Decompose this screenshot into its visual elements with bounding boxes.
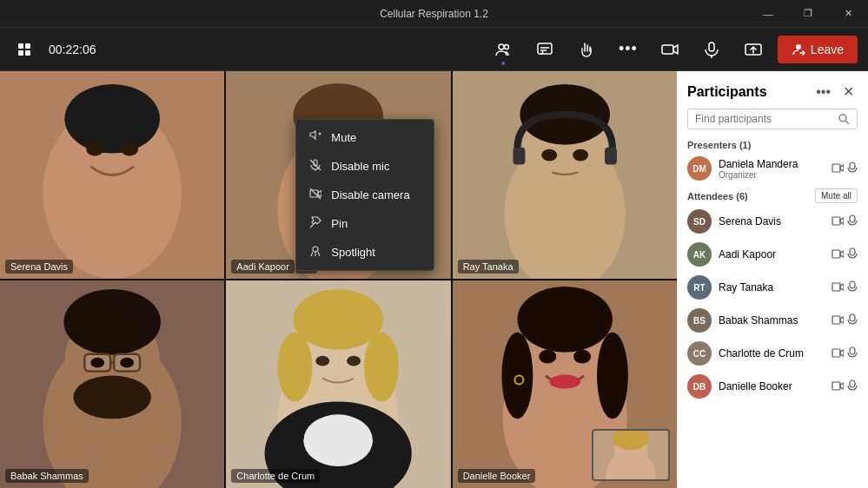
svg-rect-79 xyxy=(850,281,855,288)
close-button[interactable]: ✕ xyxy=(828,0,868,28)
svg-rect-3 xyxy=(662,45,673,54)
participant-name: Ray Tanaka xyxy=(719,281,825,293)
grid-icon[interactable] xyxy=(10,36,38,63)
people-button[interactable] xyxy=(486,32,520,67)
mic-icon xyxy=(847,280,858,295)
svg-rect-72 xyxy=(832,164,840,172)
menu-pin[interactable]: Pin xyxy=(296,209,434,238)
svg-line-26 xyxy=(310,224,314,228)
participant-info: Aadi Kapoor xyxy=(719,248,825,260)
svg-rect-2 xyxy=(538,43,552,54)
mic-icon xyxy=(847,162,858,176)
avatar: BS xyxy=(687,308,712,333)
search-icon xyxy=(838,113,850,125)
list-item[interactable]: CC Charlotte de Crum xyxy=(677,337,868,370)
aadi-name-label: Aadi Kapoor xyxy=(231,260,295,274)
disable-camera-icon xyxy=(308,188,322,202)
participant-icons xyxy=(832,280,858,295)
babak-name-label: Babak Shammas xyxy=(5,469,89,483)
mic-icon xyxy=(847,379,858,394)
participants-panel: Participants ••• ✕ Presenters (1) DM Dan… xyxy=(677,71,868,488)
serena-name-label: Serena Davis xyxy=(5,260,73,274)
svg-point-52 xyxy=(316,356,330,366)
avatar: RT xyxy=(687,275,712,300)
list-item[interactable]: BS Babak Shammas xyxy=(677,304,868,337)
ray-name-label: Ray Tanaka xyxy=(458,260,519,274)
attendees-section-label: Attendees (6) Mute all xyxy=(677,185,868,205)
toolbar-left: 00:22:06 xyxy=(10,36,96,63)
menu-disable-mic[interactable]: Disable mic xyxy=(296,152,434,181)
toolbar: 00:22:06 ••• xyxy=(0,28,868,71)
raise-hand-button[interactable] xyxy=(569,32,604,67)
leave-button[interactable]: Leave xyxy=(778,36,858,63)
search-input[interactable] xyxy=(695,113,832,125)
svg-rect-81 xyxy=(850,314,855,321)
svg-line-23 xyxy=(310,160,321,170)
list-item[interactable]: SD Serena Davis xyxy=(677,205,868,238)
camera-icon xyxy=(832,314,844,327)
more-options-button[interactable]: ••• xyxy=(611,32,646,67)
camera-button[interactable] xyxy=(653,32,687,67)
video-tile-charlotte: Charlotte de Crum xyxy=(226,280,450,488)
title-bar: Cellular Respiration 1.2 — ❐ ✕ xyxy=(0,0,868,28)
disable-mic-icon xyxy=(308,159,322,174)
svg-point-63 xyxy=(539,350,556,364)
svg-point-11 xyxy=(86,142,103,156)
participant-info: Daniela Mandera Organizer xyxy=(719,158,825,180)
svg-point-70 xyxy=(839,115,846,122)
list-item[interactable]: DB Danielle Booker xyxy=(677,370,868,403)
participant-info: Charlotte de Crum xyxy=(719,347,825,359)
mute-icon xyxy=(308,130,322,145)
chat-button[interactable] xyxy=(527,32,562,67)
svg-point-44 xyxy=(90,358,104,368)
svg-point-40 xyxy=(73,376,151,419)
mic-icon xyxy=(847,214,858,229)
list-item[interactable]: RT Ray Tanaka xyxy=(677,271,868,304)
participant-info: Danielle Booker xyxy=(719,380,825,392)
panel-close-button[interactable]: ✕ xyxy=(839,82,858,102)
participant-icons xyxy=(832,346,858,361)
participant-icons xyxy=(832,313,858,328)
svg-point-55 xyxy=(304,414,374,466)
svg-rect-4 xyxy=(709,43,714,51)
participant-info: Ray Tanaka xyxy=(719,281,825,293)
menu-mute[interactable]: Mute xyxy=(296,123,434,152)
pin-icon xyxy=(308,216,322,231)
mute-all-button[interactable]: Mute all xyxy=(815,188,858,203)
svg-point-0 xyxy=(499,44,504,49)
svg-point-35 xyxy=(573,149,588,162)
participant-name: Babak Shammas xyxy=(719,314,825,326)
svg-point-53 xyxy=(347,356,361,366)
presenters-section-label: Presenters (1) xyxy=(677,136,868,152)
mic-button[interactable] xyxy=(694,32,729,67)
svg-rect-85 xyxy=(850,380,855,387)
menu-spotlight[interactable]: Spotlight xyxy=(296,238,434,267)
svg-rect-82 xyxy=(832,349,840,357)
avatar: DB xyxy=(687,374,712,399)
leave-label: Leave xyxy=(811,43,844,56)
call-timer: 00:22:06 xyxy=(49,43,96,56)
svg-point-1 xyxy=(504,44,508,49)
list-item[interactable]: AK Aadi Kapoor xyxy=(677,238,868,271)
panel-more-button[interactable]: ••• xyxy=(812,82,834,102)
svg-point-27 xyxy=(313,247,318,252)
svg-line-71 xyxy=(845,121,849,124)
menu-disable-camera[interactable]: Disable camera xyxy=(296,181,434,209)
share-screen-button[interactable] xyxy=(736,32,771,67)
context-menu: Mute Disable mic xyxy=(295,119,434,271)
svg-rect-77 xyxy=(850,248,855,255)
minimize-button[interactable]: — xyxy=(748,0,788,28)
mic-icon xyxy=(847,247,858,262)
self-view-thumbnail xyxy=(592,429,670,481)
avatar: CC xyxy=(687,341,712,366)
svg-rect-75 xyxy=(850,215,855,222)
restore-button[interactable]: ❐ xyxy=(788,0,828,28)
video-tile-ray: Ray Tanaka xyxy=(453,71,677,279)
participant-icons xyxy=(832,214,858,229)
list-item[interactable]: DM Daniela Mandera Organizer xyxy=(677,152,868,185)
svg-rect-76 xyxy=(832,250,840,258)
camera-icon xyxy=(832,248,844,261)
spotlight-icon xyxy=(308,245,322,260)
window-title: Cellular Respiration 1.2 xyxy=(380,8,488,20)
participant-list: Presenters (1) DM Daniela Mandera Organi… xyxy=(677,136,868,488)
